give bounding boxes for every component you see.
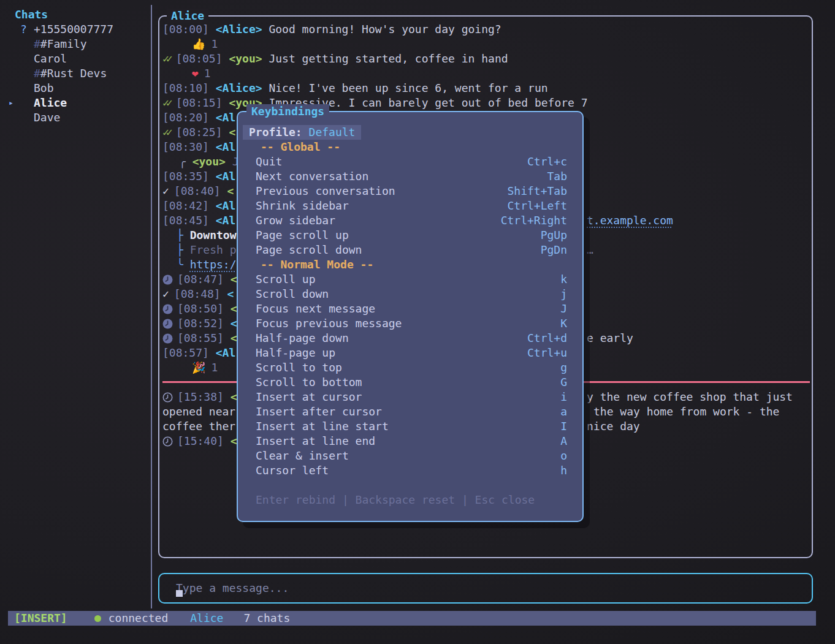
sender-alice: <Al [216,346,236,359]
message-text: Just getting started, coffee in hand [269,52,508,65]
message-line: [08:00] <Alice> Good morning! How's your… [162,22,501,37]
sender-you: < [231,390,237,403]
keybinding-row-scroll-to-bottom[interactable]: Scroll to bottomG [238,375,582,390]
keybinding-row-scroll-down[interactable]: Scroll downj [238,287,582,301]
keybinding-row-page-scroll-up[interactable]: Page scroll upPgUp [238,228,582,243]
message-line: [08:30] <Al [162,140,235,154]
keybinding-row-focus-previous-message[interactable]: Focus previous messageK [238,316,582,331]
sidebar-item-rust-devs[interactable]: ##Rust Devs [34,66,107,81]
key-combo: PgDn [541,243,567,257]
keybinding-row-scroll-to-top[interactable]: Scroll to topg [238,360,582,375]
keybinding-row-half-page-up[interactable]: Half-page upCtrl+u [238,346,582,360]
reaction-row: 👍1 [192,37,218,51]
quote-corner-icon: ╭ [179,155,193,168]
sender-alice: <Al [216,170,236,183]
sidebar-item-alice[interactable]: Alice [34,96,67,110]
key-combo: J [560,301,567,316]
message-line: [08:42] <Al [162,199,235,213]
profile-highlight: Profile: Default [243,125,361,140]
message-text-fragment: y the new coffee shop that just [587,390,793,404]
message-line: [08:35] <Al [162,169,235,184]
key-combo: G [560,375,567,390]
keybindings-list: Profile: Default -- Global -- QuitCtrl+c… [238,112,582,521]
delivered-double-check-icon: ✓✓ [162,52,170,65]
section-header-global: -- Global -- [238,140,582,154]
sidebar-item-phone[interactable]: +15550007777 [34,22,113,37]
key-combo: h [560,463,567,478]
key-combo: g [560,360,567,375]
sidebar-divider [151,5,152,608]
message-text-fragment: the way home from work - the [593,404,779,419]
key-combo: Shift+Tab [507,184,567,199]
thumbs-up-reaction-icon: 👍 [192,37,205,50]
sending-clock-outline-icon [162,436,173,447]
timestamp: [08:48] [174,287,227,300]
message-text-fragment: nice day [587,419,640,434]
key-combo: a [560,404,567,419]
sender-alice: < [227,287,234,300]
message-text: Good morning! How's your day going? [269,23,501,36]
keybinding-row-quit[interactable]: QuitCtrl+c [238,154,582,169]
message-line: ✓✓[08:25] < [162,125,235,140]
reaction-row: ❤1 [192,66,211,81]
keybinding-row-insert-at-line-end[interactable]: Insert at line endA [238,434,582,449]
sender-you: < [231,273,237,286]
message-line: ✓[08:48] < [162,287,234,301]
text-cursor [176,590,183,597]
sender-you: <you> [193,155,226,168]
message-link[interactable]: t.example.com [587,213,673,228]
reaction-count: 1 [211,361,218,374]
timestamp: [08:20] [162,111,216,124]
sidebar-item-family[interactable]: ##Family [34,37,87,51]
timestamp: [08:50] [177,302,231,315]
key-combo: Ctrl+u [527,346,567,360]
section-header-normal-mode: -- Normal Mode -- [238,257,582,272]
timestamp: [15:40] [177,434,231,447]
party-reaction-icon: 🎉 [192,361,205,374]
keybinding-row-page-scroll-down[interactable]: Page scroll downPgDn [238,243,582,257]
sidebar-item-dave[interactable]: Dave [34,110,60,125]
message-text: Nice! I've been up since 6, went for a r… [269,81,547,94]
message-line: ✓[08:40] < [162,184,234,199]
keybinding-row-insert-at-line-start[interactable]: Insert at line startI [238,419,582,434]
key-combo: k [560,272,567,287]
sender-alice: <Al [216,199,236,212]
message-line: [08:20] <Al [162,110,235,125]
message-wrap-line: coffee ther [162,419,235,434]
timestamp: [08:35] [162,170,216,183]
keybinding-row-next-conversation[interactable]: Next conversationTab [238,169,582,184]
keybinding-row-cursor-left[interactable]: Cursor lefth [238,463,582,478]
sidebar-item-carol[interactable]: Carol [34,51,67,66]
mode-indicator: [INSERT] [14,612,67,624]
preview-ellipsis: … [587,243,593,257]
key-combo: Tab [547,169,567,184]
keybinding-row-shrink-sidebar[interactable]: Shrink sidebarCtrl+Left [238,199,582,213]
keybinding-row-focus-next-message[interactable]: Focus next messageJ [238,301,582,316]
selected-arrow-icon: ▸ [9,96,13,110]
delivered-double-check-icon: ✓✓ [162,96,170,109]
key-combo: A [560,434,567,449]
keybinding-row-previous-conversation[interactable]: Previous conversationShift+Tab [238,184,582,199]
keybinding-row-insert-at-cursor[interactable]: Insert at cursori [238,390,582,404]
reaction-count: 1 [211,37,218,50]
reaction-count: 1 [204,67,211,80]
keybinding-row-half-page-down[interactable]: Half-page downCtrl+d [238,331,582,346]
key-combo: Ctrl+d [527,331,567,346]
reaction-row: 🎉1 [192,360,218,375]
key-combo: PgUp [541,228,567,243]
key-combo: o [560,449,567,463]
message-line: [08:10] <Alice> Nice! I've been up since… [162,81,548,96]
keybinding-row-scroll-up[interactable]: Scroll upk [238,272,582,287]
sender-alice: <Alice> [216,23,269,36]
sidebar-item-bob[interactable]: Bob [34,81,54,96]
keybinding-row-insert-after-cursor[interactable]: Insert after cursora [238,404,582,419]
preview-url[interactable]: https:/ [190,258,237,271]
message-input[interactable]: Type a message... [158,573,813,604]
link-preview-desc-line: ├ Fresh p [177,243,237,257]
timestamp: [08:25] [176,126,229,138]
sender-you: < [231,302,237,315]
pending-clock-icon [162,275,173,285]
profile-selector[interactable]: Profile: Default [238,125,582,140]
keybinding-row-grow-sidebar[interactable]: Grow sidebarCtrl+Right [238,213,582,228]
keybinding-row-clear-insert[interactable]: Clear & inserto [238,449,582,463]
